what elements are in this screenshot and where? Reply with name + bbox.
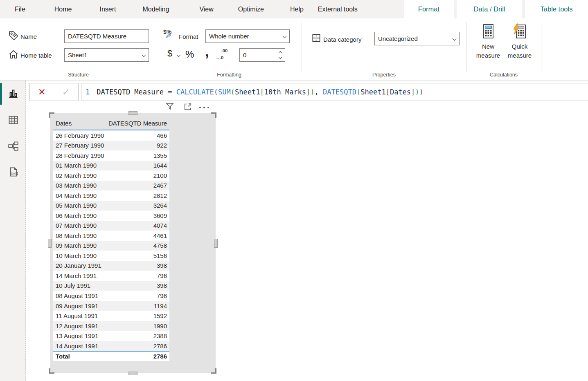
data-view-icon[interactable] bbox=[8, 114, 19, 126]
date-cell: 10 July 1991 bbox=[56, 282, 90, 289]
formula-token: [ bbox=[260, 88, 264, 96]
column-header-measure[interactable]: DATESQTD Measure bbox=[108, 120, 167, 127]
date-cell: 14 March 1991 bbox=[56, 272, 97, 279]
value-cell: 1990 bbox=[153, 323, 167, 329]
table-row[interactable]: 20 January 1991398 bbox=[53, 261, 169, 271]
name-label: Name bbox=[20, 33, 37, 40]
value-cell: 796 bbox=[157, 292, 167, 299]
chevron-down-icon bbox=[142, 53, 146, 57]
report-view-icon[interactable] bbox=[8, 88, 19, 99]
table-row[interactable]: 09 March 19904758 bbox=[53, 241, 169, 251]
date-cell: 08 March 1990 bbox=[56, 232, 97, 239]
table-row[interactable]: 12 August 19911990 bbox=[53, 321, 169, 331]
resize-handle-left[interactable] bbox=[48, 239, 52, 248]
menu-tab-home[interactable]: Home bbox=[54, 6, 72, 13]
value-cell: 2786 bbox=[153, 343, 167, 350]
formula-token: Sheet1 bbox=[235, 88, 260, 96]
stepper-down-icon[interactable] bbox=[279, 56, 282, 59]
table-row[interactable]: 06 March 19903609 bbox=[53, 211, 169, 221]
date-cell: 20 January 1991 bbox=[56, 262, 101, 269]
total-label: Total bbox=[56, 353, 70, 360]
menu-tab-insert[interactable]: Insert bbox=[99, 6, 116, 13]
properties-group-label: Properties bbox=[302, 72, 466, 78]
table-row[interactable]: 08 August 1991796 bbox=[53, 291, 169, 301]
table-row[interactable]: 14 March 1991796 bbox=[53, 271, 169, 281]
formula-input[interactable]: 1DATESQTD Measure = CALCULATE(SUM(Sheet1… bbox=[81, 83, 588, 101]
ribbon: Name Home table Sheet1 Structure $% ✎ Fo… bbox=[0, 18, 588, 81]
table-row[interactable]: 14 August 19912786 bbox=[53, 341, 169, 351]
value-cell: 4074 bbox=[153, 222, 167, 229]
column-header-dates[interactable]: Dates bbox=[56, 120, 72, 127]
menubar: FileHomeInsertModelingViewOptimizeHelpEx… bbox=[0, 0, 588, 18]
table-row[interactable]: 03 March 19902467 bbox=[53, 181, 169, 191]
currency-format-button[interactable]: $ bbox=[167, 48, 172, 59]
menubar-tabs: FileHomeInsertModelingViewOptimizeHelpEx… bbox=[0, 0, 358, 18]
menu-tab-view[interactable]: View bbox=[199, 6, 213, 13]
resize-handle-bottom-right[interactable] bbox=[211, 368, 216, 374]
commit-formula-button[interactable]: ✓ bbox=[54, 83, 78, 101]
formula-bar-buttons: ✕ ✓ bbox=[29, 83, 79, 101]
home-table-select[interactable]: Sheet1 bbox=[64, 48, 149, 62]
total-value: 2786 bbox=[153, 353, 167, 360]
resize-handle-top-right[interactable] bbox=[211, 112, 216, 118]
date-cell: 02 March 1990 bbox=[56, 172, 97, 179]
percent-format-button[interactable]: % bbox=[185, 49, 194, 60]
focus-mode-icon[interactable] bbox=[183, 102, 192, 111]
date-cell: 08 August 1991 bbox=[56, 292, 98, 299]
table-row[interactable]: 10 March 19905156 bbox=[53, 251, 169, 261]
menu-tab-file[interactable]: File bbox=[15, 6, 25, 13]
decimal-places-stepper[interactable]: 0 bbox=[239, 48, 285, 62]
cancel-formula-button[interactable]: ✕ bbox=[30, 83, 54, 101]
data-category-select[interactable]: Uncategorized bbox=[374, 32, 460, 45]
formula-token: SUM bbox=[218, 88, 231, 96]
value-cell: 1194 bbox=[154, 303, 167, 309]
resize-handle-bottom[interactable] bbox=[128, 372, 137, 375]
more-options-icon[interactable] bbox=[198, 104, 211, 109]
decimal-places-icon[interactable]: .00 →.0 bbox=[214, 48, 228, 62]
menu-tab-external-tools[interactable]: External tools bbox=[318, 6, 358, 13]
table-row[interactable]: 05 March 19903264 bbox=[53, 201, 169, 211]
value-cell: 2388 bbox=[153, 332, 167, 339]
data-category-icon bbox=[311, 33, 322, 43]
table-row[interactable]: 07 March 19904074 bbox=[53, 221, 169, 231]
table-row[interactable]: 27 February 1990922 bbox=[53, 141, 169, 151]
dax-query-view-icon[interactable]: DAX bbox=[8, 166, 19, 177]
thousands-separator-button[interactable]: , bbox=[205, 44, 209, 60]
contextual-tab-table-tools[interactable]: Table tools bbox=[525, 0, 588, 18]
table-header: Dates DATESQTD Measure bbox=[53, 117, 169, 130]
table-row[interactable]: 11 August 19911592 bbox=[53, 311, 169, 321]
decimal-places-value: 0 bbox=[243, 52, 246, 58]
contextual-tab-data-drill[interactable]: Data / Drill bbox=[457, 0, 522, 18]
date-cell: 03 March 1990 bbox=[56, 182, 97, 189]
table-row[interactable]: 28 February 19901355 bbox=[53, 150, 169, 161]
table-row[interactable]: 04 March 19902812 bbox=[53, 190, 169, 201]
table-row[interactable]: 13 August 19912388 bbox=[53, 331, 169, 341]
filter-icon[interactable] bbox=[165, 101, 175, 111]
chevron-down-icon bbox=[453, 37, 457, 41]
table-row[interactable]: 09 August 19911194 bbox=[53, 301, 169, 311]
new-measure-button[interactable]: New measure bbox=[473, 23, 503, 60]
menu-tab-modeling[interactable]: Modeling bbox=[142, 6, 169, 13]
model-view-icon[interactable] bbox=[8, 141, 19, 152]
menu-tab-help[interactable]: Help bbox=[290, 6, 304, 13]
resize-handle-right[interactable] bbox=[214, 239, 218, 248]
table-visual[interactable]: Dates DATESQTD Measure 26 February 19904… bbox=[50, 113, 216, 373]
resize-handle-bottom-left[interactable] bbox=[49, 368, 54, 374]
menu-tab-optimize[interactable]: Optimize bbox=[238, 6, 264, 13]
measure-name-input[interactable] bbox=[64, 29, 149, 43]
stepper-up-icon[interactable] bbox=[279, 51, 282, 54]
formula-token: ( bbox=[356, 88, 360, 96]
table-row[interactable]: 01 March 19901644 bbox=[53, 161, 169, 171]
format-select[interactable]: Whole number bbox=[205, 29, 290, 43]
value-cell: 3264 bbox=[153, 202, 167, 209]
resize-handle-top[interactable] bbox=[128, 111, 137, 115]
table-row[interactable]: 08 March 19904461 bbox=[53, 231, 169, 241]
contextual-tab-format[interactable]: Format bbox=[404, 0, 454, 18]
table-row[interactable]: 02 March 19902100 bbox=[53, 170, 169, 181]
quick-measure-button[interactable]: Quick measure bbox=[505, 23, 535, 60]
table-row[interactable]: 10 July 1991398 bbox=[53, 281, 169, 291]
data-category-label: Data category bbox=[323, 36, 361, 43]
table-row[interactable]: 26 February 1990466 bbox=[53, 130, 169, 141]
date-cell: 04 March 1990 bbox=[56, 192, 97, 199]
currency-chevron-icon[interactable] bbox=[177, 53, 181, 57]
